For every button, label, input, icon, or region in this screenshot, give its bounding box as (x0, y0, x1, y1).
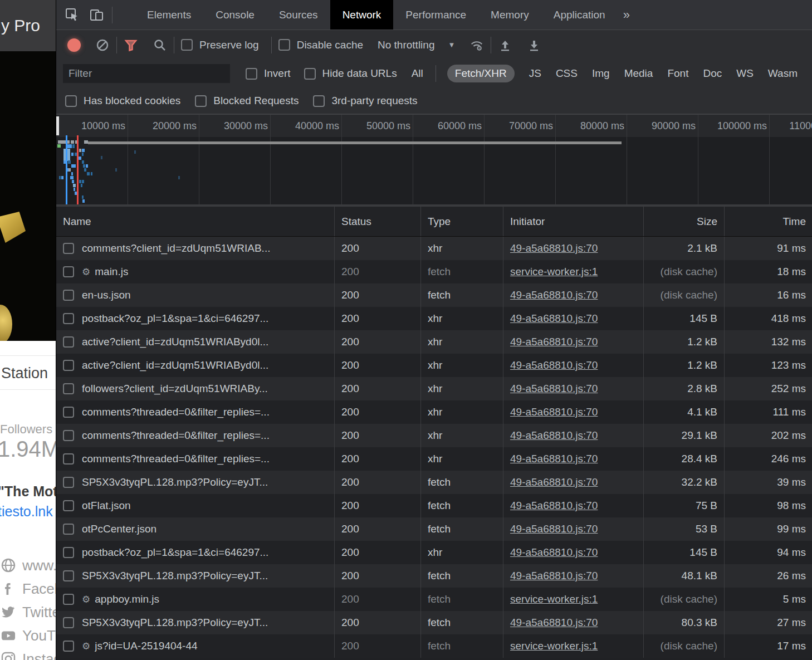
table-row[interactable]: otFlat.json200fetch49-a5a68810.js:7075 B… (56, 494, 812, 517)
initiator-link[interactable]: 49-a5a68810.js:70 (510, 476, 598, 488)
record-icon[interactable] (67, 38, 81, 52)
table-row[interactable]: active?client_id=zdUqm51WRIAByd0l...200x… (56, 330, 812, 354)
throttling-select[interactable]: No throttling (378, 39, 434, 51)
row-checkbox[interactable] (63, 336, 74, 348)
bio-link[interactable]: tiesto.lnk (0, 503, 53, 520)
station-tab[interactable]: Station (0, 355, 56, 390)
preserve-log-checkbox[interactable] (181, 39, 193, 51)
type-filter-font[interactable]: Font (667, 67, 688, 80)
row-checkbox[interactable] (63, 453, 74, 465)
column-header-initiator[interactable]: Initiator (503, 207, 644, 236)
type-filter-img[interactable]: Img (592, 67, 610, 80)
table-row[interactable]: followers?client_id=zdUqm51WRIABy...200x… (56, 377, 812, 400)
social-link-instagram[interactable]: Instag (1, 647, 56, 660)
initiator-link[interactable]: 49-a5a68810.js:70 (510, 242, 598, 255)
overview-handle[interactable] (56, 116, 59, 135)
table-row[interactable]: comments?threaded=0&filter_replies=...20… (56, 447, 812, 471)
hide-data-urls-checkbox[interactable] (304, 68, 316, 80)
initiator-link[interactable]: 49-a5a68810.js:70 (510, 289, 598, 301)
row-checkbox[interactable] (63, 477, 74, 488)
type-filter-fetchxhr[interactable]: Fetch/XHR (447, 65, 515, 82)
initiator-link[interactable]: 49-a5a68810.js:70 (510, 359, 598, 371)
initiator-link[interactable]: 49-a5a68810.js:70 (510, 383, 598, 395)
type-filter-media[interactable]: Media (624, 67, 653, 80)
row-checkbox[interactable] (63, 594, 74, 605)
initiator-link[interactable]: 49-a5a68810.js:70 (510, 453, 598, 465)
column-header-status[interactable]: Status (335, 207, 421, 236)
row-checkbox[interactable] (63, 407, 74, 418)
disable-cache-checkbox[interactable] (278, 39, 290, 51)
tab-memory[interactable]: Memory (478, 0, 541, 30)
row-checkbox[interactable] (63, 290, 74, 301)
row-checkbox[interactable] (63, 570, 74, 581)
type-filter-all[interactable]: All (412, 67, 423, 80)
social-link-twitter[interactable]: Twitte (1, 600, 56, 624)
initiator-link[interactable]: 49-a5a68810.js:70 (510, 500, 598, 512)
type-filter-css[interactable]: CSS (556, 67, 578, 80)
tab-elements[interactable]: Elements (135, 0, 203, 30)
tab-sources[interactable]: Sources (267, 0, 330, 30)
table-row[interactable]: comments?threaded=0&filter_replies=...20… (56, 424, 812, 447)
blocked-requests-checkbox[interactable] (195, 95, 207, 107)
search-icon[interactable] (153, 38, 167, 52)
tab-console[interactable]: Console (203, 0, 267, 30)
table-row[interactable]: SP5X3v3tyqPL.128.mp3?Policy=eyJT...200fe… (56, 564, 812, 588)
import-har-icon[interactable] (498, 38, 512, 52)
initiator-link[interactable]: service-worker.js:1 (510, 593, 598, 605)
initiator-link[interactable]: 49-a5a68810.js:70 (510, 546, 598, 559)
initiator-link[interactable]: 49-a5a68810.js:70 (510, 406, 598, 418)
row-checkbox[interactable] (63, 430, 74, 441)
type-filter-doc[interactable]: Doc (703, 67, 722, 80)
initiator-link[interactable]: 49-a5a68810.js:70 (510, 336, 598, 348)
row-checkbox[interactable] (63, 243, 74, 254)
table-row[interactable]: SP5X3v3tyqPL.128.mp3?Policy=eyJT...200fe… (56, 471, 812, 494)
device-toolbar-icon[interactable] (89, 7, 105, 23)
inspect-element-icon[interactable] (64, 7, 81, 23)
initiator-link[interactable]: service-worker.js:1 (510, 266, 598, 278)
row-checkbox[interactable] (63, 266, 74, 277)
row-checkbox[interactable] (63, 524, 74, 535)
table-row[interactable]: ⚙main.js200fetchservice-worker.js:1(disk… (56, 260, 812, 283)
table-row[interactable]: postback?oz_pl=1&spa=1&ci=646297...200xh… (56, 541, 812, 564)
column-header-type[interactable]: Type (421, 207, 503, 236)
table-row[interactable]: comments?client_id=zdUqm51WRIAB...200xhr… (56, 237, 812, 260)
table-row[interactable]: SP5X3v3tyqPL.128.mp3?Policy=eyJT...200fe… (56, 611, 812, 634)
row-checkbox[interactable] (63, 313, 74, 324)
tab-performance[interactable]: Performance (393, 0, 478, 30)
row-checkbox[interactable] (63, 641, 74, 652)
row-checkbox[interactable] (63, 383, 74, 394)
initiator-link[interactable]: 49-a5a68810.js:70 (510, 429, 598, 442)
table-row[interactable]: comments?threaded=0&filter_replies=...20… (56, 400, 812, 424)
column-header-size[interactable]: Size (644, 207, 725, 236)
network-overview[interactable]: 10000 ms20000 ms30000 ms40000 ms50000 ms… (56, 114, 812, 205)
filter-input[interactable] (63, 64, 230, 83)
row-checkbox[interactable] (63, 547, 74, 558)
table-row[interactable]: ⚙appboy.min.js200fetchservice-worker.js:… (56, 588, 812, 611)
row-checkbox[interactable] (63, 617, 74, 628)
network-conditions-icon[interactable] (469, 38, 484, 52)
initiator-link[interactable]: 49-a5a68810.js:70 (510, 312, 598, 325)
chevron-down-icon[interactable]: ▼ (448, 41, 455, 49)
table-row[interactable]: otPcCenter.json200fetch49-a5a68810.js:70… (56, 517, 812, 541)
row-checkbox[interactable] (63, 500, 74, 511)
type-filter-js[interactable]: JS (529, 67, 541, 80)
social-link-globe[interactable]: www. (1, 554, 56, 577)
clear-icon[interactable] (95, 38, 110, 52)
row-checkbox[interactable] (63, 360, 74, 371)
tab-application[interactable]: Application (541, 0, 618, 30)
type-filter-ws[interactable]: WS (736, 67, 754, 80)
type-filter-wasm[interactable]: Wasm (768, 67, 798, 80)
initiator-link[interactable]: 49-a5a68810.js:70 (510, 570, 598, 582)
export-har-icon[interactable] (527, 38, 541, 52)
social-link-facebook[interactable]: Faceb (1, 577, 56, 600)
filter-icon[interactable] (124, 38, 138, 52)
column-header-time[interactable]: Time (725, 207, 812, 236)
table-row[interactable]: active?client_id=zdUqm51WRIAByd0l...200x… (56, 354, 812, 377)
table-row[interactable]: ⚙js?id=UA-2519404-44200fetchservice-work… (56, 634, 812, 658)
invert-checkbox[interactable] (246, 68, 257, 80)
table-row[interactable]: en-us.json200fetch49-a5a68810.js:70(disk… (56, 283, 812, 307)
more-tabs-icon[interactable]: » (618, 8, 635, 22)
tab-network[interactable]: Network (330, 0, 394, 30)
column-header-name[interactable]: Name (56, 207, 335, 236)
social-link-youtube[interactable]: YouTu (1, 624, 56, 647)
